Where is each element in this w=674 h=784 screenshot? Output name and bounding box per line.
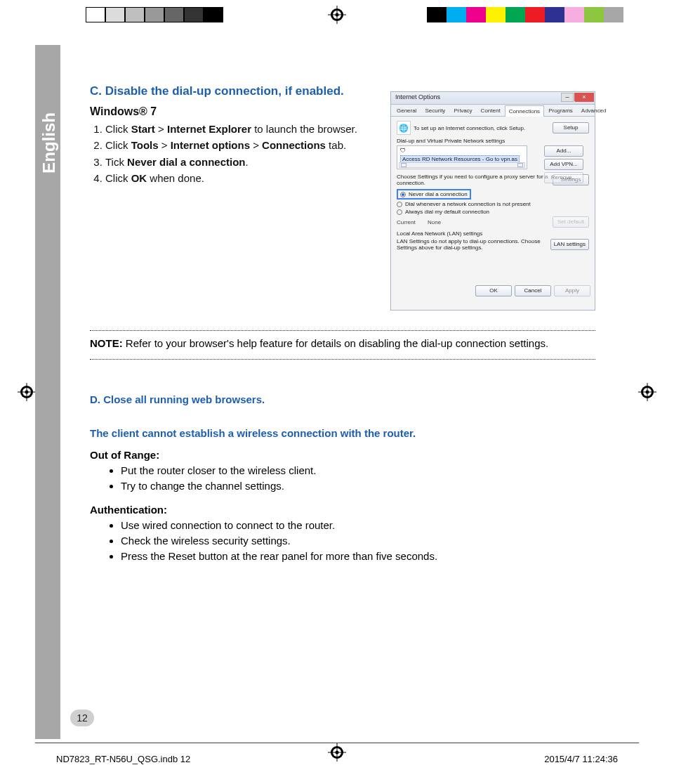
color-swatch bbox=[466, 7, 486, 22]
tab-programs[interactable]: Programs bbox=[544, 105, 577, 116]
chevron-right-icon[interactable] bbox=[517, 163, 523, 167]
note-text: Refer to your browser's help feature for… bbox=[123, 337, 549, 349]
dialup-listbox[interactable]: 🛡 Access RD Network Resources - Go to vp… bbox=[397, 145, 527, 169]
radio-not-present-label: Dial whenever a network connection is no… bbox=[405, 201, 531, 207]
setup-text: To set up an Internet connection, click … bbox=[414, 125, 550, 131]
registration-mark-right bbox=[638, 383, 656, 401]
printer-color-bar-left bbox=[86, 7, 223, 22]
add-vpn-button[interactable]: Add VPN... bbox=[544, 159, 583, 170]
step-2: Click Tools > Internet options > Connect… bbox=[105, 138, 381, 152]
color-swatch bbox=[525, 7, 545, 22]
svg-point-9 bbox=[25, 391, 29, 394]
note-box: NOTE: Refer to your browser's help featu… bbox=[90, 330, 595, 360]
never-dial-highlight: Never dial a connection bbox=[397, 189, 471, 200]
list-item: Press the Reset button at the rear panel… bbox=[121, 549, 595, 563]
step-4: Click OK when done. bbox=[105, 171, 381, 185]
svg-point-4 bbox=[336, 13, 339, 17]
list-item: Check the wireless security settings. bbox=[121, 534, 595, 548]
cancel-button[interactable]: Cancel bbox=[515, 285, 551, 296]
current-value: None bbox=[428, 219, 550, 226]
windows-7-label: Windows® 7 bbox=[90, 105, 381, 118]
shield-icon: 🛡 bbox=[400, 148, 406, 154]
minimize-button[interactable]: – bbox=[561, 93, 574, 102]
color-swatch bbox=[145, 7, 164, 22]
section-d-title: D. Close all running web browsers. bbox=[90, 393, 595, 405]
tab-advanced[interactable]: Advanced bbox=[577, 105, 611, 116]
color-swatch bbox=[505, 7, 525, 22]
tab-connections[interactable]: Connections bbox=[505, 105, 544, 117]
out-of-range-list: Put the router closer to the wireless cl… bbox=[90, 464, 595, 494]
list-item: Use wired connection to connect to the r… bbox=[121, 518, 595, 533]
color-swatch bbox=[184, 7, 204, 22]
ok-button[interactable]: OK bbox=[475, 285, 512, 296]
tab-content[interactable]: Content bbox=[477, 105, 505, 116]
list-item: Try to change the channel settings. bbox=[121, 479, 595, 493]
radio-always-label: Always dial my default connection bbox=[405, 209, 489, 215]
registration-mark-left bbox=[18, 383, 36, 401]
color-swatch bbox=[545, 7, 564, 22]
problem-title: The client cannot establish a wireless c… bbox=[90, 427, 595, 439]
footer-rule bbox=[35, 743, 639, 743]
color-swatch bbox=[105, 7, 125, 22]
lan-settings-text: LAN Settings do not apply to dial-up con… bbox=[397, 238, 548, 251]
close-button[interactable]: × bbox=[574, 93, 594, 102]
steps-list: Click Start > Internet Explorer to launc… bbox=[90, 122, 381, 185]
lower-content: D. Close all running web browsers. The c… bbox=[90, 393, 595, 573]
set-default-button[interactable]: Set default bbox=[553, 216, 589, 228]
radio-never-dial[interactable]: Never dial a connection bbox=[400, 191, 468, 197]
setup-button[interactable]: Setup bbox=[553, 122, 589, 133]
radio-never-label: Never dial a connection bbox=[409, 191, 468, 197]
footer-filename: ND7823_RT-N56U_QSG.indb 12 bbox=[56, 754, 190, 764]
note-label: NOTE: bbox=[90, 337, 123, 349]
color-swatch bbox=[164, 7, 184, 22]
step-1: Click Start > Internet Explorer to launc… bbox=[105, 122, 381, 136]
apply-button[interactable]: Apply bbox=[554, 285, 590, 296]
color-swatch bbox=[204, 7, 223, 22]
tab-general[interactable]: General bbox=[392, 105, 421, 116]
svg-point-14 bbox=[646, 391, 649, 394]
internet-options-dialog: Internet Options – × GeneralSecurityPriv… bbox=[390, 91, 595, 311]
color-swatch bbox=[486, 7, 505, 22]
out-of-range-label: Out of Range: bbox=[90, 449, 595, 461]
section-c: C. Disable the dial-up connection, if en… bbox=[90, 84, 381, 188]
footer-timestamp: 2015/4/7 11:24:36 bbox=[544, 754, 618, 764]
footer: ND7823_RT-N56U_QSG.indb 12 2015/4/7 11:2… bbox=[56, 754, 618, 764]
add-button[interactable]: Add... bbox=[544, 145, 583, 157]
language-label: English bbox=[35, 105, 65, 181]
page-number: 12 bbox=[70, 710, 94, 726]
authentication-list: Use wired connection to connect to the r… bbox=[90, 518, 595, 564]
chevron-left-icon[interactable] bbox=[401, 163, 407, 167]
current-label: Current bbox=[397, 219, 425, 226]
radio-not-present[interactable]: Dial whenever a network connection is no… bbox=[397, 201, 589, 207]
lan-settings-button[interactable]: LAN settings bbox=[550, 239, 589, 250]
lan-group-label: Local Area Network (LAN) settings bbox=[397, 230, 589, 237]
dialog-tabs: GeneralSecurityPrivacyContentConnections… bbox=[391, 105, 595, 117]
section-c-title: C. Disable the dial-up connection, if en… bbox=[90, 84, 381, 98]
authentication-label: Authentication: bbox=[90, 504, 595, 516]
list-item: Put the router closer to the wireless cl… bbox=[121, 464, 595, 478]
color-swatch bbox=[86, 7, 105, 22]
tab-security[interactable]: Security bbox=[421, 105, 449, 116]
dialog-titlebar: Internet Options – × bbox=[391, 92, 595, 105]
dialup-group-label: Dial-up and Virtual Private Network sett… bbox=[397, 138, 589, 144]
registration-mark-top bbox=[328, 6, 346, 24]
dialog-title: Internet Options bbox=[395, 93, 440, 100]
color-swatch bbox=[604, 7, 623, 22]
color-swatch bbox=[125, 7, 145, 22]
color-swatch bbox=[584, 7, 604, 22]
color-swatch bbox=[447, 7, 466, 22]
color-swatch bbox=[427, 7, 447, 22]
tab-privacy[interactable]: Privacy bbox=[449, 105, 476, 116]
radio-always-dial[interactable]: Always dial my default connection bbox=[397, 209, 589, 215]
color-swatch bbox=[564, 7, 584, 22]
dialog-body: 🌐 To set up an Internet connection, clic… bbox=[391, 117, 595, 299]
proxy-settings-text: Choose Settings if you need to configure… bbox=[397, 174, 550, 186]
remove-button[interactable]: Remove... bbox=[544, 172, 583, 183]
step-3: Tick Never dial a connection. bbox=[105, 155, 381, 169]
globe-icon: 🌐 bbox=[397, 121, 411, 135]
printer-color-bar-right bbox=[427, 7, 623, 22]
